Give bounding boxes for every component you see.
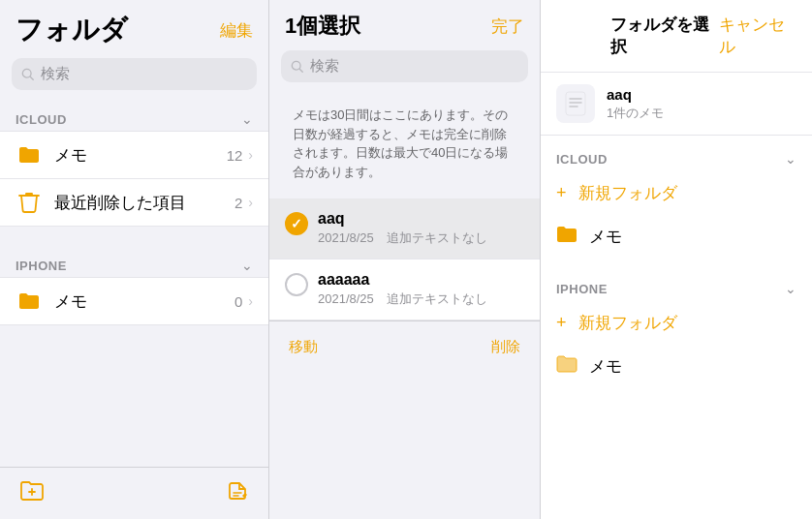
- trash-folder-count: 2: [234, 195, 242, 211]
- folder-name: メモ: [54, 144, 227, 167]
- preview-note-title: aaq: [607, 86, 664, 103]
- move-title: フォルダを選択: [610, 14, 719, 58]
- preview-note-icon: [556, 84, 595, 123]
- move-header: フォルダを選択 キャンセル: [541, 0, 812, 73]
- note-title: aaaaaa: [318, 271, 524, 289]
- notes-search-bar[interactable]: 検索: [281, 50, 528, 82]
- iphone-section-header: iPhone ⌄: [0, 242, 268, 277]
- icloud-new-folder-row[interactable]: + 新規フォルダ: [541, 170, 812, 216]
- edit-button[interactable]: 編集: [220, 19, 253, 42]
- folders-bottom-bar: [0, 467, 268, 519]
- notes-search-placeholder: 検索: [310, 57, 339, 76]
- new-folder-icon: +: [556, 183, 567, 203]
- notes-title: 1個選択: [285, 12, 360, 41]
- trash-folder-name: 最近削除した項目: [54, 192, 234, 214]
- note-radio-checked[interactable]: [285, 212, 308, 235]
- icloud-chevron-icon: ⌄: [241, 111, 253, 127]
- icloud-memo-folder-row[interactable]: メモ: [541, 216, 812, 258]
- move-button[interactable]: 移動: [289, 338, 318, 356]
- icloud-new-folder-label: 新規フォルダ: [578, 182, 677, 204]
- svg-line-3: [299, 69, 302, 72]
- iphone-new-folder-plus-icon: +: [556, 313, 567, 333]
- iphone-folder-count: 0: [234, 293, 242, 310]
- folders-list: iCloud ⌄ メモ 12 › 最近削除した項: [0, 96, 268, 467]
- notes-list: aaq 2021/8/25 追加テキストなし aaaaaa 2021/8/25 …: [269, 198, 540, 321]
- notes-bottom-bar: 移動 削除: [269, 321, 540, 373]
- trash-icon: [16, 189, 43, 216]
- note-meta: 2021/8/25 追加テキストなし: [318, 290, 524, 308]
- folders-panel: フォルダ 編集 検索 iCloud ⌄ メモ 12 ›: [0, 0, 269, 519]
- folders-search-bar[interactable]: 検索: [12, 58, 257, 90]
- note-item[interactable]: aaaaaa 2021/8/25 追加テキストなし: [269, 260, 540, 321]
- trash-folder-chevron-icon: ›: [248, 195, 253, 210]
- folders-search-placeholder: 検索: [41, 65, 70, 83]
- iphone-folder-chevron-icon: ›: [248, 293, 253, 309]
- new-folder-button[interactable]: [19, 480, 45, 507]
- note-title: aaq: [318, 210, 524, 228]
- iphone-folders-group: メモ 0 ›: [0, 277, 268, 325]
- folders-header: フォルダ 編集: [0, 0, 268, 52]
- note-content: aaaaaa 2021/8/25 追加テキストなし: [318, 271, 524, 308]
- preview-info: aaq 1件のメモ: [607, 86, 664, 122]
- move-icloud-chevron-icon: ⌄: [785, 151, 796, 167]
- note-content: aaq 2021/8/25 追加テキストなし: [318, 210, 524, 247]
- iphone-chevron-icon: ⌄: [241, 258, 253, 273]
- folder-icon: [16, 141, 43, 168]
- svg-rect-4: [566, 92, 585, 115]
- icloud-section-title: iCloud: [16, 112, 67, 127]
- iphone-memo-folder-icon: [556, 355, 578, 378]
- svg-line-1: [30, 76, 33, 79]
- cancel-button[interactable]: キャンセル: [719, 14, 796, 58]
- notes-header: 1個選択 完了: [269, 0, 540, 45]
- note-item[interactable]: aaq 2021/8/25 追加テキストなし: [269, 198, 540, 260]
- done-button[interactable]: 完了: [491, 15, 524, 38]
- folders-title: フォルダ: [16, 12, 128, 48]
- note-meta: 2021/8/25 追加テキストなし: [318, 229, 524, 247]
- folder-count: 12: [227, 147, 243, 164]
- notes-search-icon: [291, 60, 304, 74]
- notes-info-text: メモは30日間はここにあります。その日数が経過すると、メモは完全に削除されます。…: [293, 107, 508, 179]
- icloud-section-header: iCloud ⌄: [0, 96, 268, 131]
- note-radio-unchecked[interactable]: [285, 273, 308, 296]
- notes-panel: 1個選択 完了 検索 メモは30日間はここにあります。その日数が経過すると、メモ…: [269, 0, 541, 519]
- trash-folder-row[interactable]: 最近削除した項目 2 ›: [0, 179, 268, 227]
- selected-note-preview: aaq 1件のメモ: [541, 73, 812, 136]
- iphone-folder-name: メモ: [54, 290, 234, 313]
- delete-button[interactable]: 削除: [491, 338, 520, 356]
- iphone-folder-row[interactable]: メモ 0 ›: [0, 277, 268, 325]
- icloud-folders-group: メモ 12 › 最近削除した項目 2 ›: [0, 131, 268, 227]
- preview-note-count: 1件のメモ: [607, 105, 664, 122]
- iphone-memo-folder-name: メモ: [589, 355, 622, 378]
- notes-info-box: メモは30日間はここにあります。その日数が経過すると、メモは完全に削除されます。…: [281, 96, 528, 191]
- iphone-section-title: iPhone: [16, 259, 67, 273]
- iphone-new-folder-label: 新規フォルダ: [578, 312, 677, 334]
- move-iphone-section-header: IPHONE ⌄: [541, 265, 812, 300]
- iphone-new-folder-row[interactable]: + 新規フォルダ: [541, 300, 812, 346]
- move-icloud-section-header: ICLOUD ⌄: [541, 136, 812, 170]
- iphone-folder-icon: [16, 288, 43, 315]
- icloud-memo-folder-icon: [556, 226, 578, 248]
- move-iphone-chevron-icon: ⌄: [785, 281, 796, 296]
- move-icloud-title: ICLOUD: [556, 152, 608, 167]
- iphone-memo-folder-row[interactable]: メモ: [541, 346, 812, 387]
- move-panel: フォルダを選択 キャンセル aaq 1件のメモ ICLOUD ⌄ + 新規フォル…: [541, 0, 812, 519]
- icloud-memo-folder-name: メモ: [589, 226, 622, 248]
- move-iphone-title: IPHONE: [556, 282, 608, 296]
- folder-row[interactable]: メモ 12 ›: [0, 131, 268, 179]
- folder-chevron-icon: ›: [248, 147, 253, 163]
- search-icon: [21, 68, 35, 81]
- compose-button[interactable]: [226, 479, 249, 508]
